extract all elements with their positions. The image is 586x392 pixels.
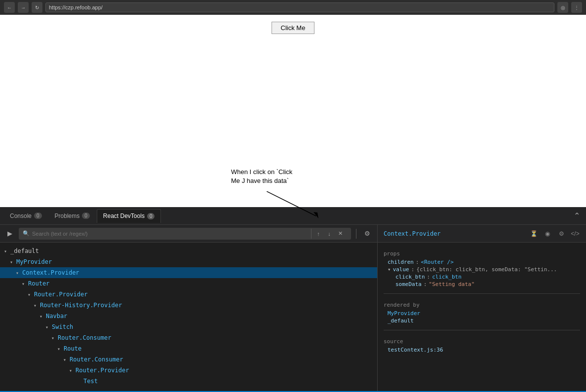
url-bar[interactable]: https://czp.refoob.app/	[45, 2, 554, 12]
tree-item-router[interactable]: ▾ Router	[0, 278, 377, 289]
props-somedata-value: "Setting data"	[429, 281, 475, 287]
props-header: Context.Provider ⏳ ◉ ⚙ </>	[378, 225, 586, 243]
arrow-router-history: ▾	[34, 303, 39, 308]
tree-panel: ▶ 🔍 ↑ ↓ ✕ ⚙ ▾	[0, 225, 378, 391]
component-router-provider: Router.Provider	[34, 291, 87, 298]
forward-btn[interactable]: →	[18, 2, 29, 13]
props-colon-4: :	[424, 281, 427, 287]
tree-item-router-provider-2[interactable]: ▾ Router.Provider	[0, 365, 377, 376]
settings-icon-btn[interactable]: ⚙	[556, 229, 566, 239]
tab-react-devtools-badge: 0	[147, 213, 155, 219]
tab-problems-badge: 0	[82, 213, 90, 219]
settings-btn[interactable]: ⚙	[361, 228, 373, 240]
arrow-router-provider: ▾	[28, 292, 33, 297]
component-myprovider: MyProvider	[16, 258, 52, 265]
url-text: https://czp.refoob.app/	[49, 4, 103, 10]
props-panel: Context.Provider ⏳ ◉ ⚙ </> props childre…	[378, 225, 586, 391]
devtools-content: ▶ 🔍 ↑ ↓ ✕ ⚙ ▾	[0, 225, 586, 391]
arrow-myprovider: ▾	[10, 259, 15, 265]
source-section: source testContext.js:36	[384, 330, 580, 353]
arrow-router: ▾	[22, 281, 27, 286]
component-router-provider-2: Router.Provider	[76, 367, 129, 374]
rendered-by-default[interactable]: _default	[384, 318, 580, 324]
tree-item-router-history-provider[interactable]: ▾ Router-History.Provider	[0, 300, 377, 311]
source-title: source	[384, 338, 580, 345]
component-switch: Switch	[52, 323, 73, 330]
tree-item-router-consumer-2[interactable]: ▾ Router.Consumer	[0, 354, 377, 365]
annotation-line1: When I click on `Click	[231, 168, 292, 177]
tab-console-badge: 0	[34, 213, 42, 219]
select-element-btn[interactable]: ▶	[4, 228, 16, 240]
props-somedata-key: someData	[395, 281, 422, 287]
arrow-route: ▾	[57, 346, 62, 352]
search-icon: 🔍	[23, 230, 30, 237]
component-test: Test	[83, 378, 98, 385]
source-btn[interactable]: </>	[570, 229, 580, 239]
tree-item-router-consumer-1[interactable]: ▾ Router.Consumer	[0, 332, 377, 343]
rendered-by-myprovider[interactable]: MyProvider	[384, 310, 580, 317]
props-children-row: children : <Router />	[384, 259, 580, 265]
nav-close-btn[interactable]: ✕	[335, 229, 345, 239]
tab-react-devtools-label: React DevTools	[103, 213, 145, 219]
props-value-row: ▾ value : {click_btn: click_btn, someDat…	[384, 266, 580, 273]
rendered-by-section: rendered by MyProvider _default	[384, 293, 580, 324]
arrow-navbar: ▾	[39, 314, 44, 319]
tab-console[interactable]: Console 0	[4, 209, 48, 223]
suspend-btn[interactable]: ⏳	[529, 229, 539, 239]
props-colon-3: :	[427, 274, 430, 280]
tree-item-test[interactable]: Test	[0, 376, 377, 387]
svg-line-0	[267, 191, 316, 216]
tree-item-switch[interactable]: ▾ Switch	[0, 321, 377, 332]
extensions-btn[interactable]: ◎	[557, 2, 568, 13]
tree-item-myprovider[interactable]: ▾ MyProvider	[0, 256, 377, 267]
component-default: _default	[10, 248, 39, 254]
refresh-btn[interactable]: ↻	[32, 2, 42, 13]
props-section-title: props	[384, 250, 580, 257]
component-context-provider: Context.Provider	[22, 269, 79, 276]
source-value[interactable]: testContext.js:36	[384, 347, 443, 353]
divider	[356, 229, 356, 239]
tree-item-route[interactable]: ▾ Route	[0, 343, 377, 354]
annotation: When I click on `Click Me J have this da…	[231, 168, 292, 185]
tree-toolbar: ▶ 🔍 ↑ ↓ ✕ ⚙	[0, 225, 377, 243]
tab-problems[interactable]: Problems 0	[49, 209, 96, 223]
arrow-router-provider-2: ▾	[69, 368, 74, 373]
tab-expand-btn[interactable]: ⌃	[572, 211, 582, 220]
browser-bar: ← → ↻ https://czp.refoob.app/ ◎ ⋮	[0, 0, 586, 15]
arrow-context-provider: ▾	[16, 270, 21, 276]
menu-btn[interactable]: ⋮	[571, 2, 582, 13]
search-input[interactable]	[32, 231, 307, 237]
tab-console-label: Console	[10, 213, 32, 219]
nav-buttons: ↑ ↓ ✕	[311, 229, 347, 239]
component-router-consumer-2: Router.Consumer	[70, 356, 123, 363]
props-click-btn-value: click_btn	[432, 274, 462, 280]
props-value-key: value	[393, 266, 409, 273]
props-click-btn-key: click_btn	[395, 274, 425, 280]
props-colon-2: :	[411, 266, 415, 273]
nav-down-btn[interactable]: ↓	[324, 229, 334, 239]
arrow-switch: ▾	[45, 324, 50, 330]
props-expand-btn[interactable]: ▾	[388, 266, 391, 273]
tab-react-devtools[interactable]: React DevTools 0	[97, 209, 161, 223]
devtools-panel: Console 0 Problems 0 React DevTools 0 ⌃ …	[0, 207, 586, 392]
component-router: Router	[28, 280, 49, 287]
back-btn[interactable]: ←	[4, 2, 15, 13]
tree-item-navbar[interactable]: ▾ Navbar	[0, 311, 377, 321]
inspect-btn[interactable]: ◉	[543, 229, 552, 239]
component-navbar: Navbar	[46, 313, 67, 320]
tab-problems-label: Problems	[55, 213, 80, 219]
props-component-title: Context.Provider	[384, 230, 525, 237]
tree-item-default[interactable]: ▾ _default	[0, 246, 377, 256]
component-router-history: Router-History.Provider	[40, 302, 122, 309]
arrow-router-consumer-2: ▾	[63, 357, 68, 362]
click-me-button[interactable]: Click Me	[272, 22, 315, 34]
nav-up-btn[interactable]: ↑	[313, 229, 323, 239]
tree-item-router-provider[interactable]: ▾ Router.Provider	[0, 289, 377, 300]
tree-content: ▾ _default ▾ MyProvider ▾ Context.Provid…	[0, 243, 377, 391]
tree-item-context-provider[interactable]: ▾ Context.Provider	[0, 267, 377, 278]
props-children-value: <Router />	[421, 259, 454, 265]
annotation-arrow	[267, 191, 331, 218]
props-somedata-row: someData : "Setting data"	[384, 281, 580, 287]
annotation-line2: Me J have this data`	[231, 177, 292, 185]
main-content: Click Me When I click on `Click Me J hav…	[0, 15, 586, 207]
